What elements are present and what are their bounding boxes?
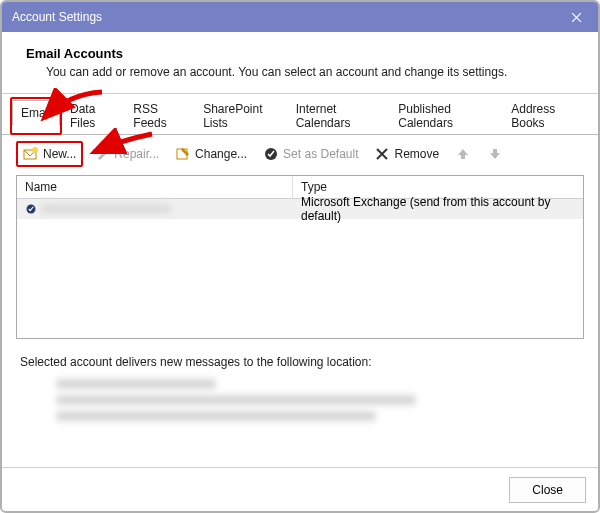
tab-address-books[interactable]: Address Books bbox=[503, 97, 590, 135]
header-subtext: You can add or remove an account. You ca… bbox=[46, 65, 574, 79]
tab-internet-calendars[interactable]: Internet Calendars bbox=[288, 97, 391, 135]
new-label: New... bbox=[43, 147, 76, 161]
titlebar: Account Settings bbox=[2, 2, 598, 32]
delivery-info: Selected account delivers new messages t… bbox=[2, 339, 598, 431]
remove-label: Remove bbox=[394, 147, 439, 161]
col-name[interactable]: Name bbox=[17, 176, 293, 198]
change-icon bbox=[175, 146, 191, 162]
svg-point-1 bbox=[32, 147, 38, 153]
set-default-button: Set as Default bbox=[258, 143, 363, 165]
accounts-table: Name Type Microsoft Exchange (send from … bbox=[16, 175, 584, 339]
delivery-info-text: Selected account delivers new messages t… bbox=[20, 355, 580, 369]
header: Email Accounts You can add or remove an … bbox=[2, 32, 598, 93]
cell-name bbox=[17, 201, 293, 217]
close-button[interactable]: Close bbox=[509, 477, 586, 503]
remove-icon bbox=[374, 146, 390, 162]
tab-sharepoint-lists[interactable]: SharePoint Lists bbox=[195, 97, 288, 135]
move-up-button bbox=[450, 143, 476, 165]
change-button[interactable]: Change... bbox=[170, 143, 252, 165]
new-button[interactable]: New... bbox=[18, 143, 81, 165]
window-title: Account Settings bbox=[12, 10, 102, 24]
header-heading: Email Accounts bbox=[26, 46, 574, 61]
tab-published-calendars[interactable]: Published Calendars bbox=[390, 97, 503, 135]
default-account-icon bbox=[25, 203, 37, 215]
account-name-redacted bbox=[41, 204, 171, 214]
close-icon[interactable] bbox=[554, 2, 598, 32]
check-circle-icon bbox=[263, 146, 279, 162]
table-row[interactable]: Microsoft Exchange (send from this accou… bbox=[17, 199, 583, 219]
annotation-arrow-2 bbox=[88, 128, 158, 162]
cell-type: Microsoft Exchange (send from this accou… bbox=[293, 193, 583, 225]
arrow-down-icon bbox=[487, 146, 503, 162]
move-down-button bbox=[482, 143, 508, 165]
annotation-arrow-1 bbox=[38, 88, 108, 128]
delivery-location-redacted bbox=[56, 379, 580, 421]
footer: Close bbox=[2, 467, 598, 511]
arrow-up-icon bbox=[455, 146, 471, 162]
new-mail-icon bbox=[23, 146, 39, 162]
remove-button[interactable]: Remove bbox=[369, 143, 444, 165]
default-label: Set as Default bbox=[283, 147, 358, 161]
change-label: Change... bbox=[195, 147, 247, 161]
